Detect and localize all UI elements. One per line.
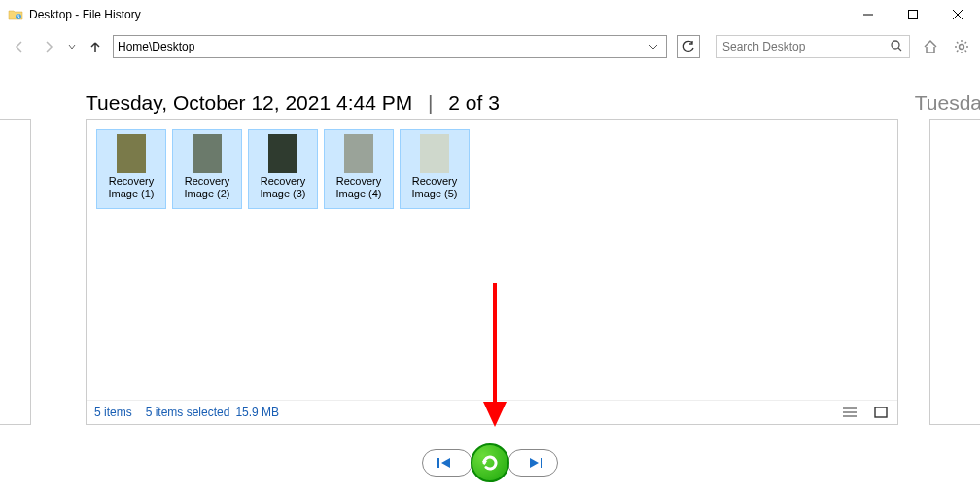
thumbnail-icon [420, 134, 449, 173]
svg-point-5 [892, 41, 899, 49]
version-header: Tuesday, October 12, 2021 4:44 PM | 2 of… [86, 91, 500, 115]
search-icon [890, 39, 903, 55]
restore-button[interactable] [471, 443, 509, 482]
home-icon[interactable] [920, 36, 941, 57]
toolbar: Home\Desktop [0, 29, 980, 64]
thumbnail-icon [268, 134, 298, 173]
status-selected: 5 items selected [146, 406, 230, 419]
file-item[interactable]: Recovery Image (5) [400, 129, 470, 209]
file-label: Recovery Image (1) [99, 175, 163, 200]
address-bar[interactable]: Home\Desktop [113, 35, 667, 58]
svg-rect-26 [541, 458, 542, 468]
svg-rect-22 [438, 458, 439, 468]
separator: | [428, 91, 433, 114]
svg-marker-23 [441, 458, 450, 468]
search-box[interactable] [716, 35, 910, 58]
content-pane: Recovery Image (1) Recovery Image (2) Re… [86, 119, 898, 425]
svg-point-7 [960, 45, 964, 50]
minimize-button[interactable] [846, 0, 891, 29]
forward-button[interactable] [37, 35, 60, 58]
svg-marker-25 [530, 458, 539, 468]
thumbnails-view-button[interactable] [872, 405, 890, 420]
thumbnail-icon [344, 134, 373, 173]
main-area: Tuesday, October 12, 2021 4:44 PM | 2 of… [0, 64, 980, 453]
refresh-button[interactable] [677, 35, 700, 58]
window-title: Desktop - File History [29, 8, 141, 21]
address-text: Home\Desktop [118, 40, 645, 53]
history-nav-controls [0, 443, 980, 482]
file-item[interactable]: Recovery Image (3) [248, 129, 318, 209]
chevron-down-icon[interactable] [645, 36, 662, 57]
titlebar: Desktop - File History [0, 0, 980, 29]
previous-version-button[interactable] [422, 449, 472, 477]
status-size: 15.9 MB [235, 406, 279, 419]
svg-line-6 [898, 48, 901, 51]
thumbnail-icon [192, 134, 222, 173]
next-version-pane[interactable] [929, 119, 980, 425]
next-version-button[interactable] [508, 449, 558, 477]
file-grid: Recovery Image (1) Recovery Image (2) Re… [87, 120, 897, 219]
back-button[interactable] [8, 35, 31, 58]
prev-version-pane[interactable] [0, 119, 31, 425]
svg-rect-2 [909, 11, 918, 19]
gear-icon[interactable] [951, 36, 972, 57]
details-view-button[interactable] [841, 405, 858, 420]
file-item[interactable]: Recovery Image (4) [324, 129, 394, 209]
recent-dropdown[interactable] [66, 35, 78, 58]
thumbnail-icon [117, 134, 146, 173]
close-button[interactable] [935, 0, 980, 29]
status-items: 5 items [94, 406, 132, 419]
version-date: Tuesday, October 12, 2021 4:44 PM [86, 91, 412, 114]
svg-line-12 [957, 42, 958, 43]
status-bar: 5 items 5 items selected 15.9 MB [87, 400, 897, 424]
file-label: Recovery Image (4) [327, 175, 391, 200]
file-label: Recovery Image (2) [175, 175, 239, 200]
svg-line-15 [965, 42, 966, 43]
svg-rect-19 [875, 407, 887, 417]
file-item[interactable]: Recovery Image (1) [96, 129, 166, 209]
search-input[interactable] [722, 40, 890, 53]
svg-line-13 [965, 51, 966, 52]
file-label: Recovery Image (3) [251, 175, 315, 200]
up-button[interactable] [84, 35, 107, 58]
next-version-peek: Tuesda [915, 91, 980, 115]
file-item[interactable]: Recovery Image (2) [172, 129, 242, 209]
folder-history-icon [8, 7, 23, 22]
svg-line-14 [957, 51, 958, 52]
version-position: 2 of 3 [448, 91, 500, 114]
file-label: Recovery Image (5) [402, 175, 467, 200]
maximize-button[interactable] [891, 0, 935, 29]
